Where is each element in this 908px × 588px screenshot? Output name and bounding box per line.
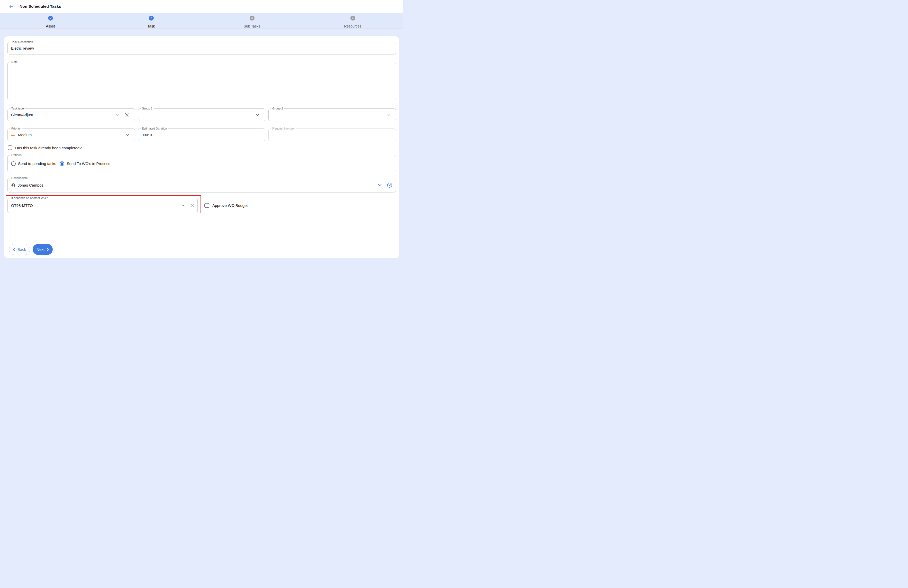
priority-value: Medium — [18, 133, 126, 137]
step-number-badge: 2 — [149, 16, 154, 21]
task-description-value: Eletric review — [11, 46, 34, 50]
field-label: Options: — [10, 153, 24, 157]
field-label: Priority — [10, 127, 22, 130]
task-form-card: Task Description Eletric review Note Tas… — [4, 36, 399, 258]
task-type-select[interactable]: Task type Clean/Adjust — [8, 108, 135, 121]
page-title: Non Scheduled Tasks — [19, 4, 61, 9]
field-label: Group 1 — [141, 107, 154, 111]
stepper-step-subtasks[interactable]: 3 Sub Tasks — [201, 13, 302, 28]
task-type-value: Clean/Adjust — [11, 112, 116, 117]
group2-select[interactable]: Group 2 — [268, 108, 396, 121]
person-icon — [11, 183, 16, 188]
chevron-right-icon — [47, 248, 49, 251]
chevron-down-icon[interactable] — [256, 114, 259, 116]
chevron-left-icon — [13, 248, 15, 251]
task-description-field[interactable]: Task Description Eletric review — [8, 42, 396, 55]
back-button[interactable]: Back — [9, 244, 30, 255]
back-button-label: Back — [18, 247, 26, 252]
field-label: It depends on another WO? — [10, 196, 49, 200]
check-icon — [48, 16, 53, 21]
note-field[interactable]: Note — [8, 62, 396, 100]
options-group: Options: Send to pending tasks Send To W… — [8, 155, 396, 172]
stepper-step-task[interactable]: 2 Task — [101, 13, 201, 28]
responsible-value: Jonas Campos — [18, 183, 378, 187]
stepper: Asset 2 Task 3 Sub Tasks 4 Resources — [0, 13, 403, 29]
completed-checkbox[interactable] — [8, 145, 12, 150]
approve-budget-label: Approve WO Budget — [213, 203, 248, 208]
group1-select[interactable]: Group 1 — [138, 108, 266, 121]
approve-budget-row[interactable]: Approve WO Budget — [204, 203, 248, 208]
radio-label: Send To WO's in Process — [67, 161, 110, 166]
request-number-field: Request Number — [268, 129, 396, 141]
step-label: Resources — [344, 24, 361, 28]
estimated-duration-field[interactable]: Estimated Duration 000:10 — [138, 129, 266, 141]
step-number-badge: 3 — [250, 16, 254, 21]
clear-circle-icon[interactable] — [387, 183, 392, 188]
field-label: Group 2 — [271, 107, 284, 111]
chevron-down-icon[interactable] — [386, 114, 390, 116]
radio-icon[interactable] — [11, 161, 16, 166]
field-label: Note — [10, 60, 19, 64]
completed-checkbox-label: Has this task already been completed? — [15, 146, 82, 150]
step-label: Sub Tasks — [244, 24, 260, 28]
step-label: Task — [148, 24, 155, 28]
back-arrow-icon[interactable] — [8, 3, 14, 9]
clear-icon[interactable] — [125, 113, 129, 117]
next-button-label: Next — [37, 247, 45, 252]
radio-send-wo-process[interactable]: Send To WO's in Process — [60, 161, 110, 166]
priority-medium-icon — [11, 133, 14, 136]
step-label: Asset — [46, 24, 55, 28]
approve-budget-checkbox[interactable] — [204, 203, 209, 208]
chevron-down-icon[interactable] — [126, 134, 129, 136]
responsible-select[interactable]: Responsible * Jonas Campos — [8, 178, 396, 193]
field-label: Responsible * — [10, 176, 31, 180]
depends-row: It depends on another WO? OT98-MTTO Appr… — [8, 198, 396, 213]
radio-send-pending[interactable]: Send to pending tasks — [11, 161, 56, 166]
radio-icon[interactable] — [60, 161, 64, 166]
chevron-down-icon[interactable] — [181, 204, 185, 207]
chevron-down-icon[interactable] — [378, 184, 382, 186]
stepper-step-asset[interactable]: Asset — [0, 13, 101, 28]
depends-wo-value: OT98-MTTO — [11, 203, 181, 208]
step-number-badge: 4 — [350, 16, 355, 21]
chevron-down-icon[interactable] — [116, 114, 119, 116]
depends-wo-select[interactable]: It depends on another WO? OT98-MTTO — [8, 198, 198, 213]
field-label: Task Description — [10, 40, 34, 44]
field-label: Request Number — [271, 127, 296, 130]
app-header: Non Scheduled Tasks — [0, 0, 403, 13]
next-button[interactable]: Next — [33, 244, 53, 255]
stepper-step-resources[interactable]: 4 Resources — [302, 13, 403, 28]
clear-icon[interactable] — [190, 204, 194, 207]
priority-select[interactable]: Priority Medium — [8, 129, 135, 141]
field-label: Estimated Duration — [141, 127, 168, 130]
field-label: Task type — [10, 107, 25, 111]
estimated-duration-value: 000:10 — [142, 133, 262, 137]
radio-label: Send to pending tasks — [18, 161, 56, 166]
completed-checkbox-row[interactable]: Has this task already been completed? — [8, 145, 396, 150]
